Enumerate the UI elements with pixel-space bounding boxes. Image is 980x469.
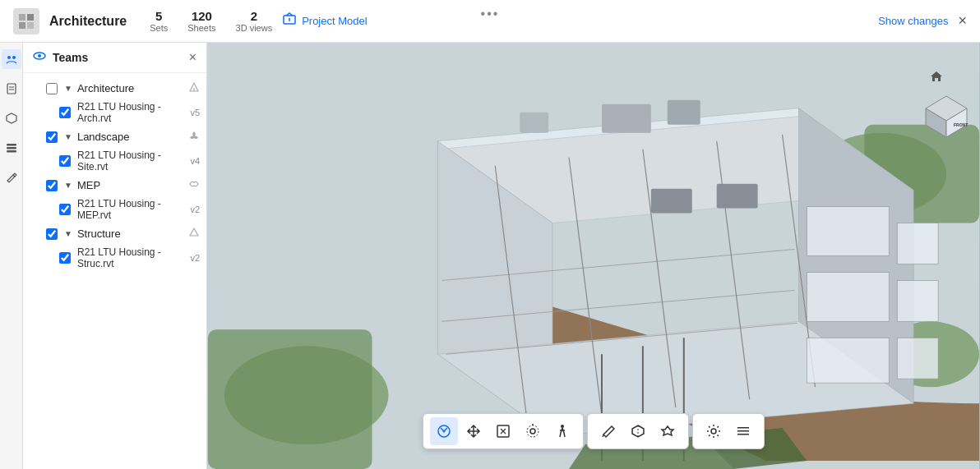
svg-line-53 xyxy=(603,435,603,437)
svg-rect-63 xyxy=(7,84,16,94)
tree-item-struc-rvt: R21 LTU Housing - Struc.rvt v2 xyxy=(23,244,206,272)
svg-marker-66 xyxy=(7,113,16,123)
rail-icon-edit[interactable] xyxy=(2,168,21,187)
architecture-group-icon xyxy=(188,81,200,95)
toolbar-group-nav xyxy=(423,413,584,449)
project-model-link[interactable]: Project Model xyxy=(282,12,367,30)
svg-rect-67 xyxy=(7,144,16,146)
markup-tool-button[interactable] xyxy=(594,417,622,445)
landscape-arrow: ▼ xyxy=(64,132,72,141)
tree-group-header-structure[interactable]: ▼ Structure xyxy=(23,223,206,244)
svg-point-50 xyxy=(527,425,539,437)
mep-rvt-name: R21 LTU Housing - MEP.rvt xyxy=(77,198,183,221)
svg-rect-37 xyxy=(651,189,692,214)
top-bar: Architecture 5 Sets 120 Sheets 2 3D view… xyxy=(0,0,980,43)
icon-rail xyxy=(0,43,23,469)
pan-tool-button[interactable] xyxy=(460,417,488,445)
mep-rvt-version: v2 xyxy=(190,205,200,214)
stat-sets: 5 Sets xyxy=(150,9,168,33)
viewport[interactable]: FRONT xyxy=(207,43,980,469)
tree-group-architecture: ▼ Architecture R21 LTU Housing - Arch.rv… xyxy=(23,78,206,126)
mep-rvt-checkbox[interactable] xyxy=(59,204,71,215)
show-changes-button[interactable]: Show changes xyxy=(878,15,948,27)
project-model-icon xyxy=(282,12,297,30)
svg-rect-30 xyxy=(807,338,890,383)
svg-rect-34 xyxy=(602,104,651,133)
sidebar-header-left: Teams xyxy=(33,49,88,66)
svg-rect-58 xyxy=(737,427,749,429)
sidebar-close-button[interactable]: × xyxy=(189,50,196,65)
building-svg xyxy=(207,43,980,469)
svg-rect-60 xyxy=(737,434,749,435)
eye-icon[interactable] xyxy=(33,49,46,66)
svg-rect-69 xyxy=(7,150,16,153)
svg-rect-59 xyxy=(737,430,749,432)
mep-checkbox[interactable] xyxy=(46,180,58,191)
mep-arrow: ▼ xyxy=(64,181,72,190)
sidebar-title: Teams xyxy=(53,51,88,64)
struc-rvt-checkbox[interactable] xyxy=(59,252,71,264)
model-tool-button[interactable] xyxy=(624,417,652,445)
center-dots: ••• xyxy=(481,7,500,21)
svg-text:FRONT: FRONT xyxy=(954,122,968,127)
main-area: Teams × ▼ Architecture R21 LTU Housing -… xyxy=(0,43,980,469)
architecture-group-name: Architecture xyxy=(77,82,185,94)
svg-point-52 xyxy=(561,425,564,428)
camera-tool-button[interactable] xyxy=(519,417,547,445)
structure-group-icon xyxy=(188,227,200,241)
tree-group-header-landscape[interactable]: ▼ Landscape xyxy=(23,126,206,147)
fit-tool-button[interactable] xyxy=(489,417,517,445)
site-rvt-checkbox[interactable] xyxy=(59,155,71,167)
orbit-tool-button[interactable] xyxy=(430,417,458,445)
svg-marker-56 xyxy=(662,426,673,435)
tree-group-landscape: ▼ Landscape R21 LTU Housing - Site.rvt v… xyxy=(23,126,206,175)
mep-group-icon xyxy=(188,178,200,192)
structure-checkbox[interactable] xyxy=(46,228,58,240)
building-scene: FRONT xyxy=(207,43,980,469)
svg-rect-68 xyxy=(7,147,16,149)
svg-rect-13 xyxy=(208,329,372,469)
landscape-checkbox[interactable] xyxy=(46,131,58,143)
project-model-label: Project Model xyxy=(302,15,367,27)
explode-tool-button[interactable] xyxy=(654,417,682,445)
arch-rvt-name: R21 LTU Housing - Arch.rvt xyxy=(77,101,183,124)
svg-point-62 xyxy=(12,56,16,59)
rail-icon-sheets[interactable] xyxy=(2,79,21,99)
svg-rect-32 xyxy=(897,280,938,321)
walk-tool-button[interactable] xyxy=(548,417,576,445)
architecture-checkbox[interactable] xyxy=(46,83,58,94)
svg-rect-38 xyxy=(717,184,758,209)
arch-rvt-checkbox[interactable] xyxy=(59,107,71,118)
svg-point-47 xyxy=(443,430,446,433)
struc-rvt-version: v2 xyxy=(190,253,200,263)
stat-3dviews: 2 3D views xyxy=(236,9,273,33)
svg-rect-31 xyxy=(897,223,938,264)
rail-icon-models[interactable] xyxy=(2,108,21,128)
svg-rect-0 xyxy=(19,14,25,21)
home-button[interactable] xyxy=(929,69,944,88)
svg-rect-3 xyxy=(27,22,34,29)
nav-cube[interactable]: FRONT xyxy=(918,92,967,141)
top-stats: 5 Sets 120 Sheets 2 3D views xyxy=(150,9,272,33)
svg-point-57 xyxy=(711,429,716,434)
toolbar-group-markup xyxy=(587,413,689,449)
app-title: Architecture xyxy=(49,14,127,29)
tree-group-header-mep[interactable]: ▼ MEP xyxy=(23,175,206,195)
close-button[interactable]: × xyxy=(958,12,967,30)
menu-extra-button[interactable] xyxy=(729,417,757,445)
svg-point-7 xyxy=(38,54,41,57)
svg-point-61 xyxy=(7,56,11,59)
app-logo xyxy=(13,8,39,34)
rail-icon-list[interactable] xyxy=(2,138,21,158)
landscape-group-name: Landscape xyxy=(77,131,185,143)
svg-rect-29 xyxy=(807,272,890,321)
svg-point-49 xyxy=(530,429,535,434)
mep-group-name: MEP xyxy=(77,179,185,191)
tree-group-header-architecture[interactable]: ▼ Architecture xyxy=(23,78,206,99)
toolbar xyxy=(423,413,765,449)
tree: ▼ Architecture R21 LTU Housing - Arch.rv… xyxy=(23,73,206,469)
settings-button[interactable] xyxy=(700,417,728,445)
arch-rvt-version: v5 xyxy=(190,108,200,117)
svg-rect-2 xyxy=(19,22,25,29)
rail-icon-teams[interactable] xyxy=(2,49,21,69)
